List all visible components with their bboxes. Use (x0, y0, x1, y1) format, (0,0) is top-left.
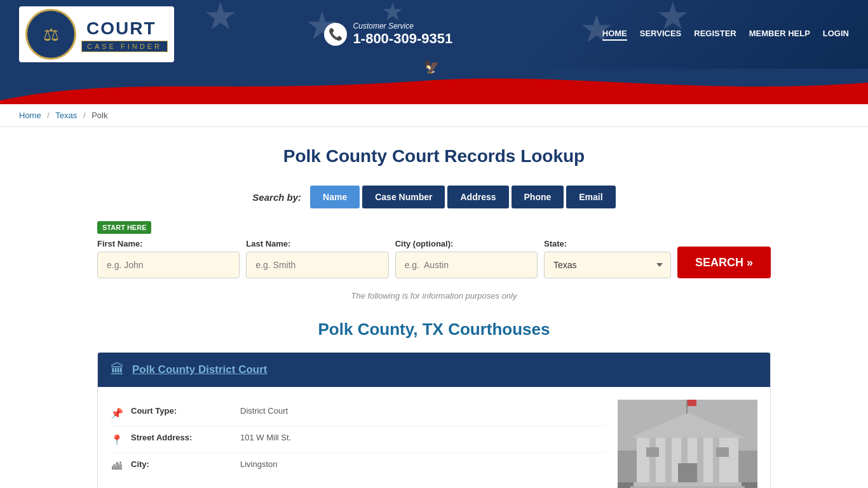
breadcrumb: Home / Texas / Polk (0, 104, 868, 127)
main-nav: HOME SERVICES REGISTER MEMBER HELP LOGIN (602, 29, 849, 41)
breadcrumb-sep-2: / (83, 111, 86, 120)
breadcrumb-sep-1: / (47, 111, 50, 120)
state-label: State: (544, 239, 671, 248)
logo-case-finder-label: CASE FINDER (81, 41, 168, 52)
svg-rect-13 (634, 482, 742, 486)
breadcrumb-texas[interactable]: Texas (55, 111, 77, 120)
cs-phone: 1-800-309-9351 (353, 30, 453, 47)
search-fields: First Name: Last Name: City (optional): … (97, 239, 771, 278)
logo-badge (25, 9, 76, 60)
tab-address[interactable]: Address (447, 186, 508, 208)
last-name-label: Last Name: (246, 239, 388, 248)
svg-rect-16 (688, 400, 696, 406)
detail-row-type: 📌 Court Type: District Court (111, 400, 605, 426)
courthouse-illustration (618, 400, 757, 488)
nav-home[interactable]: HOME (602, 29, 627, 41)
info-note: The following is for information purpose… (97, 291, 771, 301)
customer-service-section: 📞 Customer Service 1-800-309-9351 (324, 22, 453, 47)
breadcrumb-home[interactable]: Home (19, 111, 41, 120)
court-type-label: Court Type: (131, 406, 233, 416)
svg-rect-15 (686, 400, 688, 414)
court-card-header: 🏛 Polk County District Court (98, 353, 770, 387)
tab-phone[interactable]: Phone (512, 186, 564, 208)
search-section: Search by: Name Case Number Address Phon… (97, 186, 771, 278)
svg-rect-6 (665, 438, 672, 482)
state-select[interactable]: AlabamaAlaskaArizona ArkansasCaliforniaC… (544, 252, 671, 278)
court-type-value: District Court (240, 406, 288, 416)
last-name-group: Last Name: (246, 239, 388, 278)
city-detail-value: Livingston (240, 459, 278, 469)
main-content: Polk County Court Records Lookup Search … (85, 127, 783, 488)
nav-register[interactable]: REGISTER (694, 29, 736, 41)
eagle-emblem: ★ ★ 🦅 ★ ★ (379, 59, 489, 74)
city-input[interactable] (395, 252, 538, 278)
tab-email[interactable]: Email (566, 186, 615, 208)
nav-login[interactable]: LOGIN (823, 29, 849, 41)
logo-court-label: COURT (81, 17, 168, 41)
nav-member-help[interactable]: MEMBER HELP (749, 29, 810, 41)
svg-rect-11 (646, 447, 659, 457)
city-label: City (optional): (395, 239, 538, 248)
detail-row-address: 📍 Street Address: 101 W Mill St. (111, 426, 605, 453)
cs-label: Customer Service (353, 22, 453, 30)
address-value: 101 W Mill St. (240, 433, 291, 442)
address-icon: 📍 (111, 434, 123, 446)
logo-text: COURT CASE FINDER (81, 17, 168, 52)
city-group: City (optional): (395, 239, 538, 278)
site-logo[interactable]: COURT CASE FINDER (19, 6, 174, 62)
wave-svg (0, 75, 868, 100)
cs-info: Customer Service 1-800-309-9351 (353, 22, 453, 47)
svg-rect-9 (713, 438, 719, 482)
svg-rect-5 (649, 438, 656, 482)
svg-rect-8 (697, 438, 703, 482)
city-icon: 🏙 (111, 461, 123, 472)
first-name-input[interactable] (97, 252, 240, 278)
detail-row-city: 🏙 City: Livingston (111, 453, 605, 478)
last-name-input[interactable] (246, 252, 388, 278)
first-name-group: First Name: (97, 239, 240, 278)
state-group: State: AlabamaAlaskaArizona ArkansasCali… (544, 239, 671, 278)
svg-rect-12 (716, 447, 729, 457)
tab-case-number[interactable]: Case Number (362, 186, 445, 208)
search-form-area: START HERE First Name: Last Name: City (… (97, 221, 771, 278)
phone-icon: 📞 (324, 23, 347, 46)
red-divider (0, 100, 868, 104)
court-card: 🏛 Polk County District Court 📌 Court Typ… (97, 352, 771, 488)
search-by-label: Search by: (252, 192, 301, 203)
search-button[interactable]: SEARCH » (677, 247, 771, 278)
search-by-row: Search by: Name Case Number Address Phon… (97, 186, 771, 208)
nav-services[interactable]: SERVICES (640, 29, 682, 41)
court-type-icon: 📌 (111, 407, 123, 419)
tab-name[interactable]: Name (310, 186, 360, 208)
court-name-link[interactable]: Polk County District Court (132, 363, 268, 376)
start-here-badge: START HERE (97, 221, 151, 234)
address-label: Street Address: (131, 433, 233, 442)
court-details: 📌 Court Type: District Court 📍 Street Ad… (111, 400, 605, 488)
court-building-icon: 🏛 (111, 362, 125, 378)
court-image (618, 400, 757, 488)
courthouses-title: Polk County, TX Courthouses (97, 320, 771, 339)
site-header: ★ ★ ★ ★ ★ COURT CASE FINDER 📞 Customer S… (0, 0, 868, 104)
court-card-body: 📌 Court Type: District Court 📍 Street Ad… (98, 387, 770, 488)
first-name-label: First Name: (97, 239, 240, 248)
page-title: Polk County Court Records Lookup (97, 146, 771, 166)
city-detail-label: City: (131, 459, 233, 469)
breadcrumb-current: Polk (92, 111, 107, 120)
